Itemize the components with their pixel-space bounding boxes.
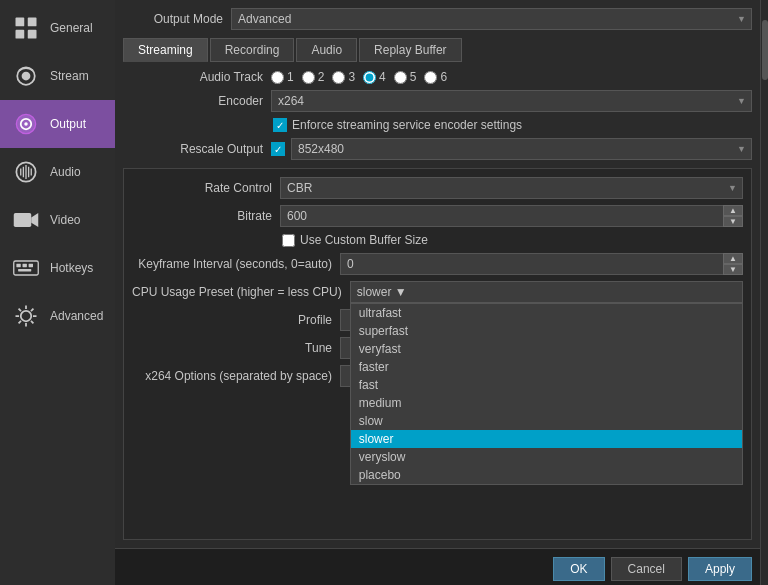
audio-track-row: Audio Track 1 2 3 4 5 6 [123, 70, 752, 84]
custom-buffer-text: Use Custom Buffer Size [300, 233, 428, 247]
audio-track-4-radio[interactable] [363, 71, 376, 84]
tab-recording[interactable]: Recording [210, 38, 295, 62]
cpu-preset-dropdown: ultrafast superfast veryfast faster fast… [350, 303, 743, 485]
bottom-bar: OK Cancel Apply [115, 548, 760, 585]
enforce-text: Enforce streaming service encoder settin… [292, 118, 522, 132]
apply-button[interactable]: Apply [688, 557, 752, 581]
svg-point-17 [21, 311, 32, 322]
enforce-checkbox[interactable]: ✓ [273, 118, 287, 132]
sidebar-item-stream[interactable]: Stream [0, 52, 115, 100]
bitrate-input[interactable] [280, 205, 743, 227]
sidebar-item-video[interactable]: Video [0, 196, 115, 244]
output-mode-select-wrapper: Advanced Simple [231, 8, 752, 30]
audio-track-radios: 1 2 3 4 5 6 [271, 70, 752, 84]
scrollbar-thumb[interactable] [762, 20, 768, 80]
audio-track-4-label[interactable]: 4 [363, 70, 386, 84]
keyframe-down[interactable]: ▼ [723, 264, 743, 275]
sidebar-label-hotkeys: Hotkeys [50, 261, 93, 275]
bitrate-down[interactable]: ▼ [723, 216, 743, 227]
cpu-preset-row: CPU Usage Preset (higher = less CPU) slo… [132, 281, 743, 303]
audio-track-5-radio[interactable] [394, 71, 407, 84]
custom-buffer-label[interactable]: Use Custom Buffer Size [282, 233, 428, 247]
keyframe-row: Keyframe Interval (seconds, 0=auto) ▲ ▼ [132, 253, 743, 275]
hotkeys-icon [10, 252, 42, 284]
x264-options-label: x264 Options (separated by space) [132, 369, 332, 383]
cpu-option-veryslow[interactable]: veryslow [351, 448, 742, 466]
keyframe-label: Keyframe Interval (seconds, 0=auto) [132, 257, 332, 271]
sidebar-label-video: Video [50, 213, 80, 227]
enforce-label[interactable]: ✓ Enforce streaming service encoder sett… [273, 118, 522, 132]
svg-rect-13 [16, 264, 20, 268]
rescale-right: ✓ 852x480 [271, 138, 752, 160]
profile-label: Profile [132, 313, 332, 327]
advanced-icon [10, 300, 42, 332]
bitrate-row: Bitrate ▲ ▼ [132, 205, 743, 227]
sidebar: General Stream Output [0, 0, 115, 585]
rescale-select[interactable]: 852x480 [291, 138, 752, 160]
encoder-select-wrapper: x264 [271, 90, 752, 112]
svg-point-5 [22, 72, 31, 81]
svg-rect-14 [23, 264, 27, 268]
cpu-option-placebo[interactable]: placebo [351, 466, 742, 484]
audio-track-3-radio[interactable] [332, 71, 345, 84]
cpu-preset-trigger[interactable]: slower ▼ [350, 281, 743, 303]
tab-replay-buffer[interactable]: Replay Buffer [359, 38, 462, 62]
svg-marker-11 [31, 213, 38, 227]
keyframe-input-wrapper: ▲ ▼ [340, 253, 743, 275]
audio-track-6-radio[interactable] [424, 71, 437, 84]
keyframe-spinners: ▲ ▼ [723, 253, 743, 275]
audio-track-1-label[interactable]: 1 [271, 70, 294, 84]
svg-rect-15 [29, 264, 33, 268]
svg-point-8 [24, 122, 28, 126]
sidebar-item-output[interactable]: Output [0, 100, 115, 148]
encoding-settings-box: Rate Control CBR VBR ABR Bitrate [123, 168, 752, 540]
sidebar-item-advanced[interactable]: Advanced [0, 292, 115, 340]
cpu-option-ultrafast[interactable]: ultrafast [351, 304, 742, 322]
cpu-option-faster[interactable]: faster [351, 358, 742, 376]
cpu-option-superfast[interactable]: superfast [351, 322, 742, 340]
audio-track-6-label[interactable]: 6 [424, 70, 447, 84]
tab-streaming[interactable]: Streaming [123, 38, 208, 62]
cpu-option-slower[interactable]: slower [351, 430, 742, 448]
sidebar-label-general: General [50, 21, 93, 35]
svg-rect-3 [28, 30, 37, 39]
cpu-preset-label: CPU Usage Preset (higher = less CPU) [132, 285, 342, 299]
svg-rect-10 [14, 213, 32, 227]
encoder-select[interactable]: x264 [271, 90, 752, 112]
video-icon [10, 204, 42, 236]
custom-buffer-checkbox[interactable] [282, 234, 295, 247]
bitrate-spinners: ▲ ▼ [723, 205, 743, 227]
sidebar-label-stream: Stream [50, 69, 89, 83]
keyframe-input[interactable] [340, 253, 743, 275]
rescale-checkbox[interactable]: ✓ [271, 142, 285, 156]
cpu-preset-wrapper: slower ▼ ultrafast superfast veryfast fa… [350, 281, 743, 303]
svg-rect-1 [28, 18, 37, 27]
cpu-option-medium[interactable]: medium [351, 394, 742, 412]
rescale-label: Rescale Output [123, 142, 263, 156]
tab-audio[interactable]: Audio [296, 38, 357, 62]
audio-track-5-label[interactable]: 5 [394, 70, 417, 84]
sidebar-item-audio[interactable]: Audio [0, 148, 115, 196]
output-mode-select[interactable]: Advanced Simple [231, 8, 752, 30]
right-scrollbar [760, 0, 768, 585]
cpu-option-veryfast[interactable]: veryfast [351, 340, 742, 358]
keyframe-up[interactable]: ▲ [723, 253, 743, 264]
audio-track-1-radio[interactable] [271, 71, 284, 84]
sidebar-label-advanced: Advanced [50, 309, 103, 323]
custom-buffer-row: Use Custom Buffer Size [132, 233, 743, 247]
stream-icon [10, 60, 42, 92]
sidebar-item-general[interactable]: General [0, 4, 115, 52]
bitrate-up[interactable]: ▲ [723, 205, 743, 216]
output-mode-label: Output Mode [123, 12, 223, 26]
audio-track-2-label[interactable]: 2 [302, 70, 325, 84]
sidebar-item-hotkeys[interactable]: Hotkeys [0, 244, 115, 292]
audio-track-2-radio[interactable] [302, 71, 315, 84]
cpu-option-slow[interactable]: slow [351, 412, 742, 430]
ok-button[interactable]: OK [553, 557, 604, 581]
cancel-button[interactable]: Cancel [611, 557, 682, 581]
audio-track-3-label[interactable]: 3 [332, 70, 355, 84]
cpu-option-fast[interactable]: fast [351, 376, 742, 394]
gear-icon [10, 12, 42, 44]
tabs-row: Streaming Recording Audio Replay Buffer [123, 38, 752, 62]
rate-control-select[interactable]: CBR VBR ABR [280, 177, 743, 199]
